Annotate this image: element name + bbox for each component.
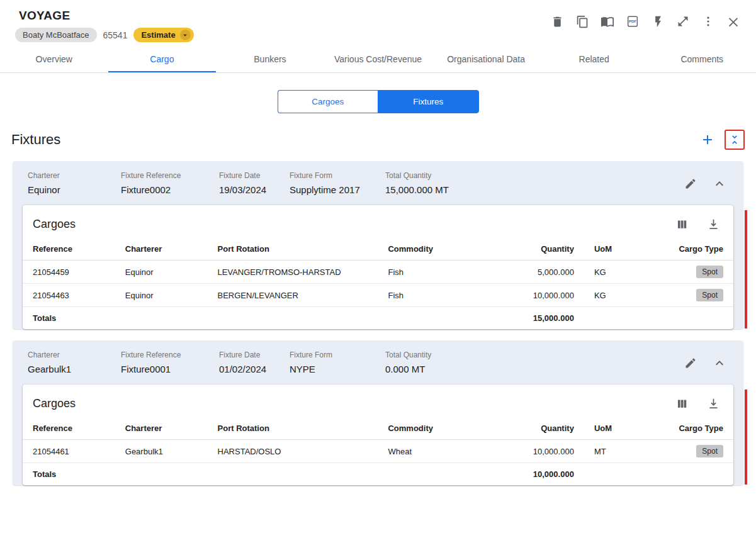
field-label: Charterer [28,351,121,359]
fixtures-toggle-button[interactable]: Fixtures [378,90,479,113]
cell-uom: KG [584,284,641,307]
fixture-field-total-quantity: Total Quantity 15,000.000 MT [385,171,682,195]
page-title: VOYAGE [19,9,194,23]
cell-quantity: 5,000.000 [513,261,584,284]
status-chip[interactable]: Estimate [133,28,193,42]
columns-icon[interactable] [673,395,691,412]
tab-cargo[interactable]: Cargo [108,48,217,72]
pdf-icon-label: PDF [629,20,636,23]
table-row[interactable]: 21054461 Gearbulk1 HARSTAD/OSLO Wheat 10… [23,440,733,463]
cell-port-rotation: BERGEN/LEVANGER [208,284,378,307]
chevron-up-icon[interactable] [711,354,728,372]
section-title: Fixtures [11,132,60,148]
cell-charterer: Gearbulk1 [115,440,208,463]
field-label: Fixture Date [219,171,290,180]
red-accent-bar [745,390,747,485]
cargoes-card-header: Cargoes [23,384,733,417]
field-value: 15,000.000 MT [385,184,682,195]
col-port-rotation[interactable]: Port Rotation [208,417,378,440]
col-uom[interactable]: UoM [584,417,641,440]
cell-port-rotation: HARSTAD/OSLO [208,440,378,463]
cargo-type-badge: Spot [696,445,723,457]
col-commodity[interactable]: Commodity [378,417,513,440]
totals-quantity: 10,000.000 [513,463,584,486]
field-label: Total Quantity [385,171,682,180]
cargo-type-badge: Spot [696,266,723,278]
view-toggle: Cargoes Fixtures [278,90,479,113]
collapse-icon [728,133,741,146]
field-value: 0.000 MT [385,364,682,374]
status-chip-label: Estimate [141,30,175,40]
col-reference[interactable]: Reference [23,238,115,261]
fixture-field-reference: Fixture Reference Fixture0001 [121,351,219,374]
bolt-icon[interactable] [649,13,667,30]
kebab-menu-icon[interactable] [699,13,717,30]
table-header-row: Reference Charterer Port Rotation Commod… [23,417,733,440]
tab-organisational-data[interactable]: Organisational Data [432,48,540,72]
columns-icon[interactable] [673,215,691,233]
col-uom[interactable]: UoM [584,238,641,261]
fixture-actions [682,354,728,372]
cell-charterer: Equinor [115,261,208,284]
cargoes-toggle-button[interactable]: Cargoes [278,90,378,113]
chevron-down-icon[interactable] [180,30,191,40]
fixtures-section-header: Fixtures [0,130,756,150]
edit-icon[interactable] [682,354,699,372]
col-port-rotation[interactable]: Port Rotation [208,238,378,261]
col-charterer[interactable]: Charterer [115,238,208,261]
download-icon[interactable] [704,395,722,412]
col-cargo-type[interactable]: Cargo Type [641,417,733,440]
cargoes-card: Cargoes Reference [23,384,733,485]
cell-commodity: Fish [378,261,513,284]
fixture-field-date: Fixture Date 19/03/2024 [219,171,290,195]
collapse-all-button[interactable] [725,130,745,150]
expand-icon[interactable] [674,13,692,30]
col-quantity[interactable]: Quantity [513,417,584,440]
cargoes-card-header: Cargoes [23,205,733,238]
cell-reference: 21054463 [23,284,115,307]
cell-quantity: 10,000.000 [513,440,584,463]
tab-related[interactable]: Related [540,48,648,72]
pdf-icon[interactable]: PDF [624,13,641,30]
download-icon[interactable] [704,215,722,233]
tab-various-cost-revenue[interactable]: Various Cost/Revenue [324,48,432,72]
field-value: Supplytime 2017 [290,184,385,195]
chevron-up-icon[interactable] [711,175,728,193]
fixture-actions [682,175,728,193]
cargo-type-badge: Spot [696,289,723,301]
section-actions [698,130,745,150]
vessel-chip: Boaty McBoatface [15,28,97,42]
tab-comments[interactable]: Comments [648,48,756,72]
book-icon[interactable] [599,13,616,30]
cargoes-card-actions [673,215,722,233]
col-cargo-type[interactable]: Cargo Type [641,238,733,261]
red-accent-bar [745,210,747,328]
tab-bunkers[interactable]: Bunkers [216,48,324,72]
cell-charterer: Equinor [115,284,208,307]
col-reference[interactable]: Reference [23,417,115,440]
cell-port-rotation: LEVANGER/TROMSO-HARSTAD [208,261,378,284]
fixture-card: Charterer Gearbulk1 Fixture Reference Fi… [13,340,743,485]
table-row[interactable]: 21054463 Equinor BERGEN/LEVANGER Fish 10… [23,284,733,307]
col-quantity[interactable]: Quantity [513,238,584,261]
tab-overview[interactable]: Overview [0,48,108,72]
cell-commodity: Wheat [378,440,513,463]
fixture-header: Charterer Equinor Fixture Reference Fixt… [13,161,743,200]
add-fixture-button[interactable] [698,130,717,149]
copy-icon[interactable] [573,13,591,30]
field-label: Fixture Reference [121,351,219,359]
edit-icon[interactable] [682,175,699,193]
close-icon[interactable] [725,13,742,30]
fixture-field-charterer: Charterer Gearbulk1 [28,351,121,374]
col-commodity[interactable]: Commodity [378,238,513,261]
cargoes-table: Reference Charterer Port Rotation Commod… [23,238,733,329]
delete-icon[interactable] [548,13,566,30]
col-charterer[interactable]: Charterer [115,417,208,440]
fixture-field-charterer: Charterer Equinor [28,171,121,195]
cargo-tab-content: Cargoes Fixtures Fixtures Charterer Equi… [0,90,756,485]
table-row[interactable]: 21054459 Equinor LEVANGER/TROMSO-HARSTAD… [23,261,733,284]
cargoes-card: Cargoes Reference [23,205,733,329]
field-value: NYPE [290,364,385,374]
totals-row: Totals 10,000.000 [23,463,733,486]
tab-bar: Overview Cargo Bunkers Various Cost/Reve… [0,48,756,73]
